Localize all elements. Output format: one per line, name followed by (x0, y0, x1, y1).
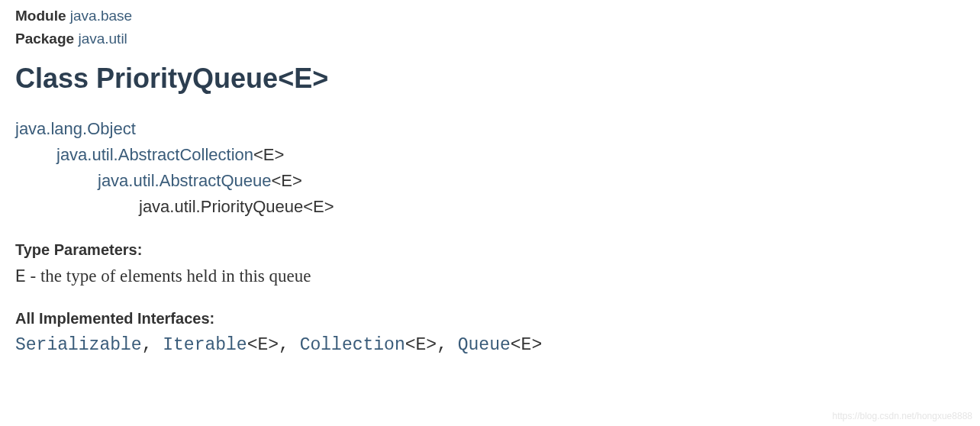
module-link[interactable]: java.base (70, 8, 132, 24)
class-title: Class PriorityQueue<E> (15, 63, 965, 95)
type-param-code: E (15, 267, 26, 287)
inheritance-link-abstractqueue[interactable]: java.util.AbstractQueue (98, 171, 271, 190)
interface-suffix-2: <E> (405, 335, 437, 355)
interface-suffix-1: <E> (247, 335, 279, 355)
interface-link-queue[interactable]: Queue (458, 335, 511, 355)
implemented-interfaces-heading: All Implemented Interfaces: (15, 310, 965, 328)
package-link[interactable]: java.util (78, 31, 127, 47)
interface-sep-1: , (279, 335, 300, 355)
interface-link-iterable[interactable]: Iterable (163, 335, 247, 355)
type-parameters-heading: Type Parameters: (15, 241, 965, 259)
module-label: Module (15, 8, 66, 24)
inheritance-level-0: java.lang.Object (15, 116, 965, 142)
package-line: Package java.util (15, 31, 965, 47)
inheritance-suffix-2: <E> (271, 171, 301, 190)
inheritance-suffix-1: <E> (253, 145, 284, 164)
interface-sep-2: , (437, 335, 458, 355)
module-line: Module java.base (15, 8, 965, 24)
inheritance-link-object[interactable]: java.lang.Object (15, 119, 136, 138)
type-param-text: - the type of elements held in this queu… (26, 266, 311, 286)
inheritance-level-2: java.util.AbstractQueue<E> (98, 168, 965, 194)
implemented-interfaces-list: Serializable, Iterable<E>, Collection<E>… (15, 335, 965, 355)
interface-link-collection[interactable]: Collection (300, 335, 405, 355)
inheritance-level-1: java.util.AbstractCollection<E> (56, 142, 965, 168)
interface-sep-0: , (142, 335, 163, 355)
type-parameters-description: E - the type of elements held in this qu… (15, 266, 965, 287)
inheritance-level-3: java.util.PriorityQueue<E> (139, 194, 965, 220)
interface-suffix-3: <E> (511, 335, 542, 355)
package-label: Package (15, 31, 74, 47)
inheritance-link-abstractcollection[interactable]: java.util.AbstractCollection (56, 145, 253, 164)
inheritance-tree: java.lang.Object java.util.AbstractColle… (15, 116, 965, 220)
interface-link-serializable[interactable]: Serializable (15, 335, 142, 355)
